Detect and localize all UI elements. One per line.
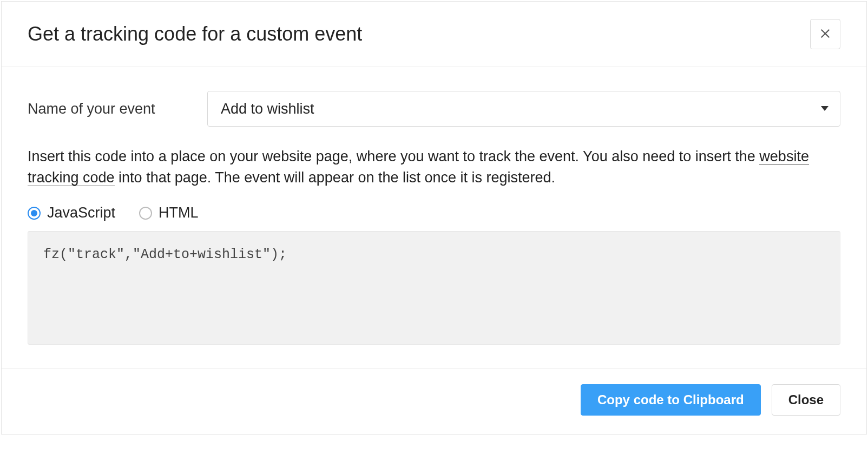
close-icon-button[interactable] [810,19,840,49]
radio-indicator-unchecked [139,207,152,220]
event-name-select-value: Add to wishlist [221,101,314,117]
code-snippet-box[interactable]: fz("track","Add+to+wishlist"); [28,231,840,345]
close-icon [819,28,831,41]
radio-javascript[interactable]: JavaScript [28,205,115,221]
instruction-part-2: into that page. The event will appear on… [115,169,555,186]
radio-javascript-label: JavaScript [47,205,115,221]
modal-footer: Copy code to Clipboard Close [2,369,866,434]
radio-html[interactable]: HTML [139,205,199,221]
tracking-code-modal: Get a tracking code for a custom event N… [1,1,867,435]
copy-code-button[interactable]: Copy code to Clipboard [581,384,761,416]
event-name-select-wrap: Add to wishlist [207,91,840,127]
event-name-select[interactable]: Add to wishlist [207,91,840,127]
code-format-radio-group: JavaScript HTML [28,205,840,221]
modal-body: Name of your event Add to wishlist Inser… [2,67,866,369]
modal-title: Get a tracking code for a custom event [28,23,362,45]
event-name-label: Name of your event [28,101,190,117]
instruction-part-1: Insert this code into a place on your we… [28,148,759,165]
event-name-row: Name of your event Add to wishlist [28,91,840,127]
modal-header: Get a tracking code for a custom event [2,2,866,67]
radio-html-label: HTML [159,205,199,221]
close-button[interactable]: Close [772,384,840,416]
instruction-text: Insert this code into a place on your we… [28,146,840,188]
radio-indicator-checked [28,207,41,220]
